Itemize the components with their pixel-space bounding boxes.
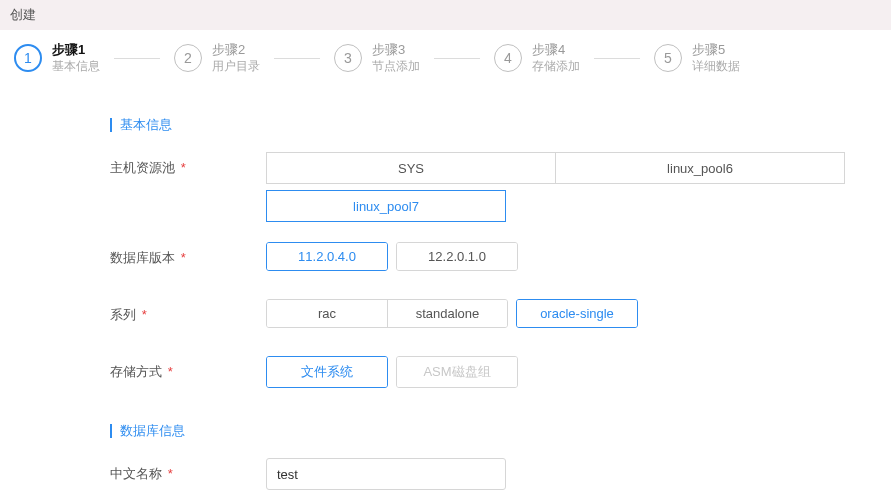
label-host-pool-text: 主机资源池 bbox=[110, 160, 175, 175]
step-1[interactable]: 1 步骤1 基本信息 bbox=[14, 42, 100, 74]
label-series-text: 系列 bbox=[110, 307, 136, 322]
page-header: 创建 bbox=[0, 0, 891, 30]
row-db-version: 数据库版本 * 11.2.0.4.0 12.2.0.1.0 bbox=[110, 242, 873, 279]
required-mark: * bbox=[168, 466, 173, 481]
step-4[interactable]: 4 步骤4 存储添加 bbox=[494, 42, 580, 74]
label-series: 系列 * bbox=[110, 299, 266, 324]
step-5[interactable]: 5 步骤5 详细数据 bbox=[654, 42, 740, 74]
step-2[interactable]: 2 步骤2 用户目录 bbox=[174, 42, 260, 74]
section-dbinfo-title: 数据库信息 bbox=[110, 422, 873, 440]
step-3[interactable]: 3 步骤3 节点添加 bbox=[334, 42, 420, 74]
step-connector bbox=[594, 58, 640, 59]
host-pool-options: SYS linux_pool6 linux_pool7 bbox=[266, 152, 866, 222]
step-3-desc: 节点添加 bbox=[372, 59, 420, 75]
step-wizard: 1 步骤1 基本信息 2 步骤2 用户目录 3 步骤3 节点添加 4 步骤4 存… bbox=[0, 30, 891, 90]
step-4-desc: 存储添加 bbox=[532, 59, 580, 75]
section-basic-title: 基本信息 bbox=[110, 116, 873, 134]
host-pool-option-linux7[interactable]: linux_pool7 bbox=[266, 190, 506, 222]
cn-name-input[interactable] bbox=[266, 458, 506, 490]
series-options: rac standalone oracle-single bbox=[266, 299, 646, 336]
step-5-desc: 详细数据 bbox=[692, 59, 740, 75]
row-storage: 存储方式 * 文件系统 ASM磁盘组 bbox=[110, 356, 873, 396]
row-cn-name: 中文名称 * bbox=[110, 458, 873, 490]
host-pool-option-linux6[interactable]: linux_pool6 bbox=[555, 152, 845, 184]
label-cn-name-text: 中文名称 bbox=[110, 466, 162, 481]
step-5-title: 步骤5 bbox=[692, 42, 740, 59]
step-1-desc: 基本信息 bbox=[52, 59, 100, 75]
label-db-version-text: 数据库版本 bbox=[110, 250, 175, 265]
db-version-option-11[interactable]: 11.2.0.4.0 bbox=[267, 243, 387, 270]
section-dbinfo-title-text: 数据库信息 bbox=[120, 422, 185, 440]
required-mark: * bbox=[142, 307, 147, 322]
storage-option-asm: ASM磁盘组 bbox=[397, 357, 517, 387]
page-title: 创建 bbox=[10, 7, 36, 22]
row-series: 系列 * rac standalone oracle-single bbox=[110, 299, 873, 336]
required-mark: * bbox=[181, 160, 186, 175]
label-storage-text: 存储方式 bbox=[110, 364, 162, 379]
step-2-circle: 2 bbox=[174, 44, 202, 72]
step-4-circle: 4 bbox=[494, 44, 522, 72]
storage-option-file[interactable]: 文件系统 bbox=[267, 357, 387, 387]
required-mark: * bbox=[181, 250, 186, 265]
step-1-title: 步骤1 bbox=[52, 42, 100, 59]
step-3-circle: 3 bbox=[334, 44, 362, 72]
db-version-option-12[interactable]: 12.2.0.1.0 bbox=[397, 243, 517, 270]
step-1-circle: 1 bbox=[14, 44, 42, 72]
series-option-oracle-single[interactable]: oracle-single bbox=[517, 300, 637, 327]
label-storage: 存储方式 * bbox=[110, 356, 266, 381]
storage-options: 文件系统 ASM磁盘组 bbox=[266, 356, 526, 396]
label-cn-name: 中文名称 * bbox=[110, 458, 266, 483]
host-pool-option-sys[interactable]: SYS bbox=[266, 152, 556, 184]
series-option-rac[interactable]: rac bbox=[267, 300, 387, 327]
label-host-pool: 主机资源池 * bbox=[110, 152, 266, 177]
section-basic-title-text: 基本信息 bbox=[120, 116, 172, 134]
step-connector bbox=[434, 58, 480, 59]
series-option-standalone[interactable]: standalone bbox=[387, 300, 507, 327]
step-5-circle: 5 bbox=[654, 44, 682, 72]
db-version-options: 11.2.0.4.0 12.2.0.1.0 bbox=[266, 242, 526, 279]
step-2-title: 步骤2 bbox=[212, 42, 260, 59]
form-area: 基本信息 主机资源池 * SYS linux_pool6 linux_pool7… bbox=[0, 116, 891, 501]
required-mark: * bbox=[168, 364, 173, 379]
step-3-title: 步骤3 bbox=[372, 42, 420, 59]
step-4-title: 步骤4 bbox=[532, 42, 580, 59]
step-connector bbox=[114, 58, 160, 59]
row-host-pool: 主机资源池 * SYS linux_pool6 linux_pool7 bbox=[110, 152, 873, 222]
step-2-desc: 用户目录 bbox=[212, 59, 260, 75]
cn-name-control bbox=[266, 458, 506, 490]
step-connector bbox=[274, 58, 320, 59]
label-db-version: 数据库版本 * bbox=[110, 242, 266, 267]
